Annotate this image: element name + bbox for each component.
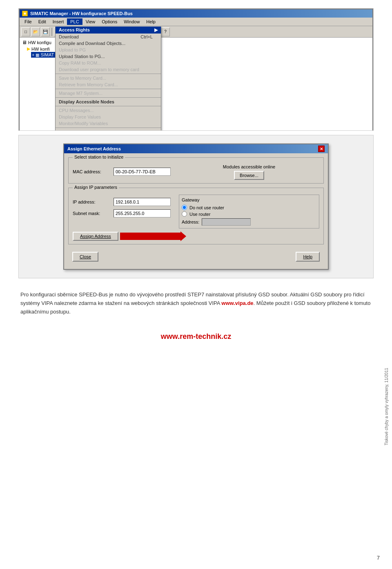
subnet-label: Subnet mask:	[73, 211, 109, 216]
ip-label: IP address:	[73, 199, 109, 204]
website-section: www.rem-technik.cz	[8, 332, 384, 341]
assign-dialog: Assign Ethernet Address ✕ Select station…	[63, 143, 329, 270]
plc-menu-download[interactable]: Download Ctrl+L	[56, 34, 161, 40]
select-station-group: Select station to initialize MAC address…	[68, 157, 324, 184]
plc-menu-display-nodes[interactable]: Display Accessible Nodes	[56, 99, 161, 105]
folder-icon-1: ▶	[27, 46, 30, 52]
menu-view[interactable]: View	[82, 18, 99, 25]
sep1	[56, 74, 161, 74]
assign-ip-group: Assign IP parameters IP address: Subnet …	[68, 188, 324, 244]
sep3	[56, 97, 161, 98]
subnet-row: Subnet mask:	[73, 209, 171, 217]
ip-subnet-section: IP address: Subnet mask:	[73, 195, 171, 217]
plc-menu-header: Access Rights ▶	[56, 27, 161, 34]
computer-icon: 🖥	[22, 40, 27, 45]
gateway-title: Gateway	[182, 197, 316, 202]
vipa-link[interactable]: www.vipa.de	[221, 300, 253, 306]
page-container: ■ SIMATIC Manager - HW konfigurace SPEED…	[0, 0, 392, 569]
plc-menu-cpu-messages: CPU Messages...	[56, 107, 161, 114]
menu-file[interactable]: File	[21, 18, 35, 25]
address-row: Address:	[182, 218, 316, 226]
sep5	[56, 128, 161, 128]
use-router-row: Use router	[182, 211, 316, 217]
close-button[interactable]: Close	[72, 252, 98, 262]
do-not-use-router-row: Do not use router	[182, 205, 316, 210]
arrow-icon: ▶	[154, 27, 158, 33]
download-shortcut: Ctrl+L	[140, 34, 153, 39]
sep2	[56, 89, 161, 89]
assign-address-button[interactable]: Assign Address	[73, 232, 118, 241]
side-label: Tiskové chyby a omyly vyhrazeny, 11/2011	[384, 368, 389, 446]
dialog-screenshot-area: Assign Ethernet Address ✕ Select station…	[18, 135, 374, 278]
toolbar-save[interactable]: 💾	[41, 27, 50, 36]
plc-dropdown-menu: Access Rights ▶ Download Ctrl+L Compile …	[55, 27, 161, 131]
mac-label: MAC address:	[73, 169, 109, 174]
page-number: 7	[377, 555, 380, 561]
dialog-titlebar: Assign Ethernet Address ✕	[64, 144, 328, 153]
plc-menu-save-memory: Save to Memory Card...	[56, 75, 161, 81]
assign-ip-title: Assign IP parameters	[73, 185, 119, 190]
do-not-use-router-radio[interactable]	[182, 205, 187, 210]
plc-menu-manage-m7: Manage M7 System...	[56, 90, 161, 96]
plc-menu-retrieve-memory: Retrieve from Memory Card...	[56, 81, 161, 88]
menu-window[interactable]: Window	[120, 18, 143, 25]
ip-row: IP address:	[73, 198, 171, 206]
plc-menu-display-force: Display Force Values	[56, 114, 161, 120]
menu-options[interactable]: Options	[98, 18, 120, 25]
toolbar-help[interactable]: ?	[161, 27, 170, 36]
dialog-footer: Close Help	[68, 249, 324, 265]
plc-menu-diagnostic[interactable]: Diagnostic/Setting	[56, 129, 161, 131]
toolbar-new[interactable]: □	[21, 27, 30, 36]
assign-red-arrow	[120, 233, 181, 240]
folder-icon-2: +	[32, 52, 34, 57]
simatic-icon: ■	[22, 11, 28, 16]
plc-menu-compile-download[interactable]: Compile and Download Objects...	[56, 40, 161, 47]
plc-menu-download-program: Download user program to memory card	[56, 66, 161, 73]
do-not-use-router-label: Do not use router	[189, 205, 224, 210]
mac-section: MAC address:	[73, 164, 171, 176]
use-router-label: Use router	[189, 212, 210, 217]
simatic-window: ■ SIMATIC Manager - HW konfigurace SPEED…	[19, 9, 373, 131]
modules-label: Modules accessible online	[179, 164, 319, 169]
simatic-titlebar: ■ SIMATIC Manager - HW konfigurace SPEED…	[20, 9, 372, 18]
plc-menu-upload-station[interactable]: Upload Station to PG...	[56, 53, 161, 60]
menu-help[interactable]: Help	[143, 18, 159, 25]
dialog-close-x[interactable]: ✕	[318, 146, 325, 152]
address-label: Address:	[182, 220, 199, 224]
help-button[interactable]: Help	[296, 252, 320, 262]
plc-menu-upload-pg: Upload to PG	[56, 47, 161, 53]
plc-menu-copy-ram: Copy RAM to ROM...	[56, 60, 161, 66]
modules-section: Modules accessible online Browse...	[179, 164, 319, 180]
plc-menu-monitor-modify: Monitor/Modify Variables	[56, 120, 161, 127]
website-link[interactable]: www.rem-technik.cz	[161, 332, 231, 341]
address-input[interactable]	[202, 218, 251, 226]
use-router-radio[interactable]	[182, 211, 187, 217]
ip-input[interactable]	[114, 198, 171, 206]
text-section: Pro konfiguraci sběrnice SPEED-Bus je nu…	[8, 287, 384, 324]
gateway-section: Gateway Do not use router Use router Add…	[179, 195, 319, 228]
simatic-screenshot: ■ SIMATIC Manager - HW konfigurace SPEED…	[18, 8, 374, 131]
mac-row: MAC address:	[73, 168, 171, 176]
mac-input[interactable]	[114, 168, 171, 176]
subnet-input[interactable]	[114, 209, 171, 217]
menu-insert[interactable]: Insert	[49, 18, 67, 25]
simatic-title: SIMATIC Manager - HW konfigurace SPEED-B…	[30, 11, 133, 16]
bottom-paragraph: Pro konfiguraci sběrnice SPEED-Bus je nu…	[20, 291, 372, 316]
toolbar-open[interactable]: 📂	[31, 27, 40, 36]
select-station-title: Select station to initialize	[73, 155, 125, 159]
simatic-menubar: File Edit Insert PLC View Options Window…	[20, 18, 372, 26]
sep4	[56, 106, 161, 106]
dialog-content: Select station to initialize MAC address…	[64, 153, 328, 269]
menu-edit[interactable]: Edit	[35, 18, 49, 25]
toolbar-sep1	[51, 28, 52, 36]
menu-plc[interactable]: PLC	[67, 18, 82, 25]
simatic-body: 🖥 HW konfigu ▶ HW konfi + ▦ SIMAT	[20, 38, 372, 131]
browse-button[interactable]: Browse...	[234, 171, 264, 180]
dialog-title: Assign Ethernet Address	[67, 146, 121, 151]
assign-btn-row: Assign Address	[73, 232, 319, 241]
